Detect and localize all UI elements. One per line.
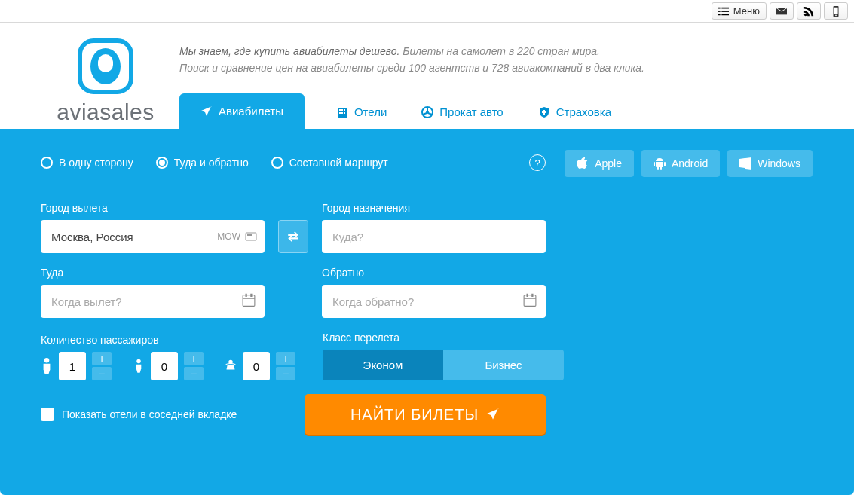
svg-point-31 <box>136 359 141 364</box>
svg-rect-22 <box>246 233 256 240</box>
windows-label: Windows <box>758 157 800 170</box>
svg-rect-8 <box>834 7 837 14</box>
search-button[interactable]: НАЙТИ БИЛЕТЫ <box>305 394 546 435</box>
business-option[interactable]: Бизнес <box>443 350 564 380</box>
mobile-icon <box>831 6 841 17</box>
steering-wheel-icon <box>421 106 433 118</box>
from-label: Город вылета <box>41 202 265 214</box>
svg-rect-28 <box>527 294 528 298</box>
android-icon <box>654 157 666 170</box>
rss-icon <box>803 6 814 17</box>
to-label: Город назначения <box>322 202 546 214</box>
tab-hotels-label: Отели <box>354 105 387 118</box>
svg-rect-1 <box>721 7 729 8</box>
show-hotels-checkbox[interactable] <box>41 408 54 421</box>
trip-multi-radio[interactable]: Составной маршрут <box>271 157 388 169</box>
infant-minus-button[interactable]: − <box>276 367 295 380</box>
windows-app-button[interactable]: Windows <box>727 150 813 177</box>
economy-option[interactable]: Эконом <box>323 350 443 380</box>
tab-cars[interactable]: Прокат авто <box>418 105 506 129</box>
infant-count-input[interactable] <box>243 352 270 380</box>
adult-plus-button[interactable]: + <box>92 352 112 365</box>
calendar-icon <box>523 294 537 310</box>
cabin-class-toggle: Эконом Бизнес <box>323 350 564 380</box>
windows-icon <box>739 157 751 170</box>
adult-icon <box>41 358 53 374</box>
svg-rect-2 <box>718 11 721 12</box>
adult-minus-button[interactable]: − <box>92 367 112 380</box>
apple-app-button[interactable]: Apple <box>565 150 634 177</box>
svg-point-6 <box>804 13 807 16</box>
shield-plus-icon <box>538 106 550 118</box>
airport-tag-icon <box>245 231 257 243</box>
trip-round-label: Туда и обратно <box>174 157 249 169</box>
child-plus-button[interactable]: + <box>184 352 204 365</box>
aviasales-logo-icon <box>75 36 136 96</box>
building-icon <box>336 106 348 118</box>
svg-rect-29 <box>531 294 533 298</box>
tab-flights-label: Авиабилеты <box>219 105 283 118</box>
menu-button[interactable]: Меню <box>712 2 767 20</box>
tab-cars-label: Прокат авто <box>439 105 503 118</box>
svg-rect-19 <box>344 112 345 114</box>
rss-button[interactable] <box>797 2 821 20</box>
mail-button[interactable] <box>770 2 794 20</box>
logo[interactable]: aviasales <box>45 36 166 125</box>
depart-label: Туда <box>41 267 265 279</box>
passengers-label: Количество пассажиров <box>41 334 295 346</box>
apple-label: Apple <box>595 157 622 170</box>
tab-flights[interactable]: Авиабилеты <box>179 93 305 129</box>
product-tabs: Авиабилеты Отели Прокат авто Страховка <box>179 94 809 129</box>
child-stepper: + − <box>133 352 204 380</box>
child-minus-button[interactable]: − <box>184 367 204 380</box>
slogan: Мы знаем, где купить авиабилеты дешево. … <box>179 41 809 76</box>
return-label: Обратно <box>322 267 546 279</box>
trip-multi-label: Составной маршрут <box>289 157 388 169</box>
return-date-input[interactable] <box>322 285 546 318</box>
radio-icon <box>156 157 168 169</box>
svg-rect-4 <box>718 14 721 15</box>
menu-label: Меню <box>733 5 760 17</box>
svg-rect-18 <box>341 112 343 114</box>
header: aviasales Мы знаем, где купить авиабилет… <box>0 23 854 129</box>
from-airport-code: MOW <box>217 231 257 243</box>
svg-rect-5 <box>721 14 729 15</box>
calendar-icon <box>242 294 256 310</box>
svg-point-9 <box>835 14 837 16</box>
app-store-buttons: Apple Android Windows <box>565 150 813 177</box>
trip-oneway-radio[interactable]: В одну сторону <box>41 157 133 169</box>
tab-insurance-label: Страховка <box>556 105 611 118</box>
depart-date-input[interactable] <box>41 285 265 318</box>
top-toolbar: Меню <box>0 0 854 23</box>
class-label: Класс перелета <box>323 331 564 344</box>
tab-insurance[interactable]: Страховка <box>535 105 614 129</box>
search-button-label: НАЙТИ БИЛЕТЫ <box>350 406 479 423</box>
child-icon <box>133 358 145 374</box>
svg-rect-27 <box>524 295 536 307</box>
radio-icon <box>41 157 53 169</box>
svg-rect-17 <box>339 112 341 114</box>
svg-rect-24 <box>243 295 255 307</box>
brand-name: aviasales <box>45 99 166 125</box>
svg-rect-3 <box>721 11 729 12</box>
android-app-button[interactable]: Android <box>641 150 720 177</box>
tab-hotels[interactable]: Отели <box>333 105 390 129</box>
adult-count-input[interactable] <box>59 352 86 380</box>
radio-icon <box>271 157 283 169</box>
trip-oneway-label: В одну сторону <box>59 157 133 169</box>
child-count-input[interactable] <box>151 352 178 380</box>
plane-icon <box>486 408 500 421</box>
mobile-button[interactable] <box>824 2 848 20</box>
svg-rect-12 <box>98 54 113 72</box>
infant-stepper: + − <box>225 352 295 380</box>
search-form: В одну сторону Туда и обратно Составной … <box>0 129 854 495</box>
help-button[interactable]: ? <box>529 154 546 171</box>
svg-rect-25 <box>246 294 247 298</box>
to-input[interactable] <box>322 220 546 253</box>
infant-plus-button[interactable]: + <box>276 352 295 365</box>
swap-cities-button[interactable] <box>278 220 308 253</box>
trip-roundtrip-radio[interactable]: Туда и обратно <box>156 157 249 169</box>
show-hotels-label: Показать отели в соседней вкладке <box>62 408 237 420</box>
adult-stepper: + − <box>41 352 112 380</box>
trip-type-row: В одну сторону Туда и обратно Составной … <box>41 154 546 185</box>
